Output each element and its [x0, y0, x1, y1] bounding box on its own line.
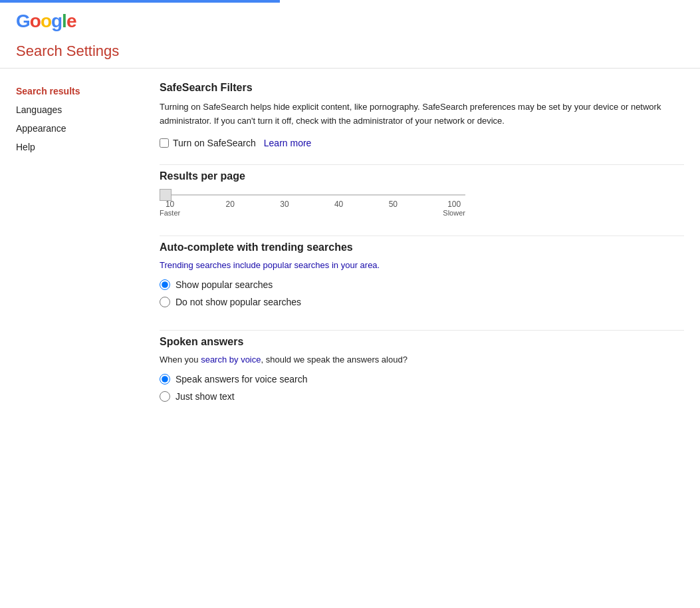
google-logo: Google: [16, 11, 76, 32]
sidebar-item-appearance[interactable]: Appearance: [16, 119, 133, 138]
sidebar-item-search-results[interactable]: Search results: [16, 82, 133, 100]
spoken-option-speak[interactable]: Speak answers for voice search: [160, 374, 684, 384]
spoken-answers-title: Spoken answers: [160, 336, 684, 348]
show-popular-radio[interactable]: [160, 279, 170, 290]
just-text-label: Just show text: [175, 391, 235, 402]
logo-e: e: [66, 11, 76, 31]
show-popular-label: Show popular searches: [175, 279, 273, 290]
speak-answers-radio[interactable]: [160, 374, 170, 384]
just-text-radio[interactable]: [160, 391, 170, 402]
learn-more-link[interactable]: Learn more: [264, 138, 312, 148]
do-not-show-radio[interactable]: [160, 297, 170, 307]
page-title-section: Search Settings: [0, 32, 700, 68]
slider-labels: 10 Faster 20 30 40 50: [160, 200, 465, 217]
safesearch-checkbox-label[interactable]: Turn on SafeSearch: [160, 138, 256, 148]
voice-search-link[interactable]: search by voice: [201, 355, 261, 365]
logo-l: l: [62, 11, 66, 31]
slider-label-20: 20: [226, 200, 235, 217]
slider-tick-30: 30: [280, 200, 289, 209]
safesearch-title: SafeSearch Filters: [160, 82, 684, 94]
slider-container: 10 Faster 20 30 40 50: [160, 194, 684, 217]
do-not-show-label: Do not show popular searches: [175, 297, 301, 307]
slider-label-30: 30: [280, 200, 289, 217]
logo-o1: o: [30, 11, 41, 31]
slider-tick-20: 20: [226, 200, 235, 209]
safesearch-row: Turn on SafeSearch Learn more: [160, 138, 684, 148]
slider-tick-100: 100: [447, 200, 461, 209]
safesearch-checkbox-text: Turn on SafeSearch: [173, 138, 256, 148]
page-title: Search Settings: [16, 43, 684, 60]
content-area: Search results Languages Appearance Help…: [0, 69, 700, 443]
sidebar-item-help[interactable]: Help: [16, 138, 133, 156]
slider-sub-slower: Slower: [443, 209, 465, 217]
header: Google: [0, 3, 700, 32]
results-per-page-section: Results per page 10 Faster 20 30: [160, 170, 684, 236]
slider-tick-10: 10: [166, 200, 174, 209]
autocomplete-option-hide[interactable]: Do not show popular searches: [160, 297, 684, 307]
sidebar: Search results Languages Appearance Help: [16, 82, 149, 430]
slider-tick-50: 50: [389, 200, 398, 209]
slider-label-50: 50: [389, 200, 398, 217]
spoken-answers-section: Spoken answers When you search by voice,…: [160, 336, 684, 424]
safesearch-description: Turning on SafeSearch helps hide explici…: [160, 100, 665, 128]
speak-answers-label: Speak answers for voice search: [175, 374, 307, 384]
slider-label-10: 10 Faster: [160, 200, 180, 217]
safesearch-section: SafeSearch Filters Turning on SafeSearch…: [160, 82, 684, 165]
autocomplete-title: Auto-complete with trending searches: [160, 241, 684, 253]
results-per-page-title: Results per page: [160, 170, 684, 182]
autocomplete-option-show[interactable]: Show popular searches: [160, 279, 684, 290]
autocomplete-section: Auto-complete with trending searches Tre…: [160, 241, 684, 331]
safesearch-checkbox[interactable]: [160, 138, 169, 148]
logo-o2: o: [41, 11, 51, 31]
slider-tick-40: 40: [334, 200, 343, 209]
slider-thumb[interactable]: [160, 189, 172, 201]
slider-label-40: 40: [334, 200, 343, 217]
logo-g: G: [16, 11, 30, 31]
autocomplete-description: Trending searches include popular search…: [160, 260, 684, 270]
slider-label-100: 100 Slower: [443, 200, 465, 217]
main-content: SafeSearch Filters Turning on SafeSearch…: [149, 82, 684, 430]
sidebar-item-languages[interactable]: Languages: [16, 100, 133, 119]
slider-sub-faster: Faster: [160, 209, 180, 217]
spoken-answers-description: When you search by voice, should we spea…: [160, 355, 684, 365]
slider-track[interactable]: [160, 194, 465, 196]
logo-g2: g: [51, 11, 62, 31]
spoken-option-text[interactable]: Just show text: [160, 391, 684, 402]
